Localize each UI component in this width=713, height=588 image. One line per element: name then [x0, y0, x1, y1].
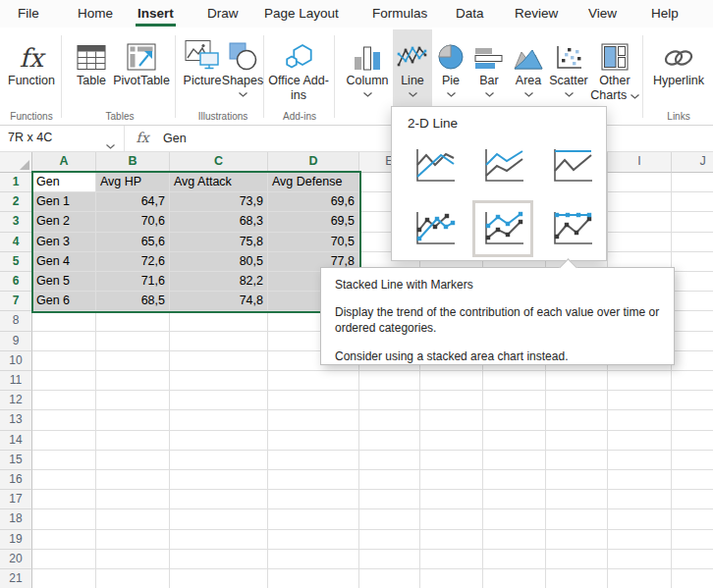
cell-D18[interactable]	[268, 509, 359, 529]
cell-G18[interactable]	[483, 509, 546, 529]
menu-item-help[interactable]: Help	[651, 0, 679, 27]
cell-D14[interactable]	[268, 431, 359, 451]
cell-B3[interactable]: 70,6	[96, 212, 170, 232]
bar-chart-button[interactable]: Bar	[469, 29, 509, 106]
cell-J10[interactable]	[672, 351, 713, 371]
cell-B5[interactable]: 72,6	[96, 252, 170, 272]
cell-I18[interactable]	[608, 509, 672, 529]
column-header-b[interactable]: B	[96, 151, 170, 173]
function-button[interactable]: fx Function	[4, 29, 59, 106]
line-chart-button[interactable]: Line	[393, 29, 432, 106]
cell-J19[interactable]	[672, 530, 713, 550]
cell-J9[interactable]	[672, 332, 713, 351]
cell-A5[interactable]: Gen 4	[32, 252, 96, 272]
cell-A2[interactable]: Gen 1	[32, 192, 96, 212]
cell-J12[interactable]	[672, 391, 713, 410]
formula-bar-input[interactable]: Gen	[163, 126, 187, 151]
select-all-corner[interactable]	[0, 151, 32, 173]
cell-G13[interactable]	[483, 410, 546, 430]
cell-J6[interactable]	[672, 272, 713, 292]
cell-A19[interactable]	[32, 530, 96, 550]
cell-C21[interactable]	[170, 569, 268, 588]
cell-E17[interactable]	[359, 490, 420, 509]
cell-E12[interactable]	[359, 391, 420, 410]
cell-G20[interactable]	[483, 550, 546, 569]
cell-C4[interactable]: 75,8	[170, 233, 268, 252]
row-header-5[interactable]: 5	[0, 252, 32, 272]
name-box[interactable]: 7R x 4C	[0, 126, 125, 151]
row-header-3[interactable]: 3	[0, 212, 32, 232]
cell-B17[interactable]	[96, 490, 170, 509]
cell-J16[interactable]	[672, 470, 713, 490]
dropdown-item-line-chart-icon[interactable]	[404, 137, 465, 194]
cell-D4[interactable]: 70,5	[268, 233, 359, 252]
cell-A17[interactable]	[32, 490, 96, 509]
cell-J2[interactable]	[672, 192, 713, 212]
cell-E20[interactable]	[359, 550, 420, 569]
row-header-15[interactable]: 15	[0, 451, 32, 470]
cell-F12[interactable]	[420, 391, 483, 410]
menu-item-file[interactable]: File	[18, 0, 39, 27]
cell-D11[interactable]	[268, 371, 359, 391]
cell-J5[interactable]	[672, 252, 713, 272]
cell-F21[interactable]	[420, 569, 483, 588]
cell-C15[interactable]	[170, 451, 268, 470]
cell-C14[interactable]	[170, 431, 268, 451]
cell-B21[interactable]	[96, 569, 170, 588]
cell-B7[interactable]: 68,5	[96, 292, 170, 311]
cell-C11[interactable]	[170, 371, 268, 391]
row-header-2[interactable]: 2	[0, 192, 32, 212]
cell-G14[interactable]	[483, 431, 546, 451]
cell-B10[interactable]	[96, 351, 170, 371]
cell-D17[interactable]	[268, 490, 359, 509]
cell-C18[interactable]	[170, 509, 268, 529]
cell-C1[interactable]: Avg Attack	[170, 173, 268, 192]
cell-I14[interactable]	[608, 431, 672, 451]
cell-A12[interactable]	[32, 391, 96, 410]
column-header-d[interactable]: D	[268, 151, 359, 173]
cell-J3[interactable]	[672, 212, 713, 232]
cell-A11[interactable]	[32, 371, 96, 391]
column-header-c[interactable]: C	[170, 151, 268, 173]
row-header-6[interactable]: 6	[0, 272, 32, 292]
cell-H20[interactable]	[546, 550, 608, 569]
cell-I12[interactable]	[608, 391, 672, 410]
cell-A4[interactable]: Gen 3	[32, 233, 96, 252]
other-charts-button[interactable]: Other Charts	[589, 29, 640, 106]
cell-G17[interactable]	[483, 490, 546, 509]
column-header-a[interactable]: A	[32, 151, 96, 173]
shapes-button[interactable]: Shapes	[223, 29, 262, 106]
menu-item-formulas[interactable]: Formulas	[372, 0, 427, 27]
cell-I15[interactable]	[608, 451, 672, 470]
cell-F14[interactable]	[420, 431, 483, 451]
cell-H15[interactable]	[546, 451, 608, 470]
cell-A14[interactable]	[32, 431, 96, 451]
insert-function-fx-icon[interactable]: fx	[128, 126, 157, 151]
cell-E16[interactable]	[359, 470, 420, 490]
cell-D21[interactable]	[268, 569, 359, 588]
row-header-4[interactable]: 4	[0, 233, 32, 252]
cell-I1[interactable]	[608, 173, 672, 192]
cell-C8[interactable]	[170, 311, 268, 331]
cell-B14[interactable]	[96, 431, 170, 451]
cell-I21[interactable]	[608, 569, 672, 588]
cell-F15[interactable]	[420, 451, 483, 470]
row-header-14[interactable]: 14	[0, 431, 32, 451]
cell-J18[interactable]	[672, 509, 713, 529]
cell-B2[interactable]: 64,7	[96, 192, 170, 212]
cell-I16[interactable]	[608, 470, 672, 490]
cell-C9[interactable]	[170, 332, 268, 351]
row-header-21[interactable]: 21	[0, 569, 32, 588]
dropdown-item-100-percent-stacked-line-chart-icon[interactable]	[541, 137, 602, 194]
cell-I2[interactable]	[608, 192, 672, 212]
column-header-i[interactable]: I	[608, 151, 672, 173]
cell-B4[interactable]: 65,6	[96, 233, 170, 252]
cell-A8[interactable]	[32, 311, 96, 331]
name-box-chevron-down-icon[interactable]	[106, 135, 115, 153]
cell-E11[interactable]	[359, 371, 420, 391]
cell-G12[interactable]	[483, 391, 546, 410]
cell-A6[interactable]: Gen 5	[32, 272, 96, 292]
menu-item-data[interactable]: Data	[456, 0, 484, 27]
cell-H11[interactable]	[546, 371, 608, 391]
row-header-10[interactable]: 10	[0, 351, 32, 371]
